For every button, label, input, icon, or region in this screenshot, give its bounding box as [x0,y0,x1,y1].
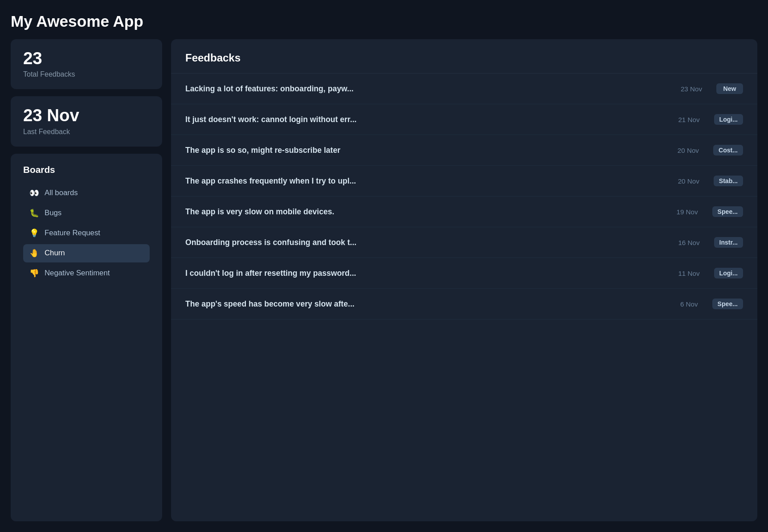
feedback-text: Lacking a lot of features: onboarding, p… [185,84,664,94]
feedback-date: 21 Nov [669,116,700,123]
sidebar-item-bugs[interactable]: 🐛 Bugs [23,204,150,222]
feedback-date: 11 Nov [669,270,700,277]
all-boards-emoji: 👀 [29,188,39,198]
feedback-list: Lacking a lot of features: onboarding, p… [171,74,757,319]
feedback-text: I couldn't log in after resetting my pas… [185,269,662,278]
feedback-text: The app crashes frequently when I try to… [185,176,661,186]
app-header: My Awesome App [0,0,768,39]
table-row[interactable]: The app is very slow on mobile devices. … [171,196,757,227]
feedback-text: Onboarding process is confusing and took… [185,238,662,247]
feature-request-label: Feature Request [45,229,100,237]
last-feedback-value: 23 Nov [23,107,150,124]
table-row[interactable]: Lacking a lot of features: onboarding, p… [171,74,757,104]
app-title: My Awesome App [11,12,757,30]
feedbacks-header: Feedbacks [171,39,757,74]
total-feedbacks-card: 23 Total Feedbacks [11,39,162,89]
feedback-text: The app is so so, might re-subscribe lat… [185,146,661,155]
table-row[interactable]: The app crashes frequently when I try to… [171,166,757,196]
negative-sentiment-label: Negative Sentiment [45,269,110,278]
boards-card: Boards 👀 All boards 🐛 Bugs 💡 Feature Req… [11,154,162,521]
feedback-tag: Logi... [714,268,743,278]
feedback-date: 20 Nov [668,147,699,154]
negative-sentiment-emoji: 👎 [29,269,39,278]
last-feedback-card: 23 Nov Last Feedback [11,96,162,146]
feedback-tag: Cost... [713,145,743,156]
total-feedbacks-value: 23 [23,50,150,67]
total-feedbacks-label: Total Feedbacks [23,70,150,78]
feedback-date: 19 Nov [667,208,698,216]
content-panel: Feedbacks Lacking a lot of features: onb… [171,39,757,521]
feedback-date: 16 Nov [669,239,700,246]
feedback-text: The app is very slow on mobile devices. [185,207,660,217]
table-row[interactable]: The app is so so, might re-subscribe lat… [171,135,757,166]
feedback-tag: Stab... [714,176,743,186]
boards-title: Boards [23,164,150,175]
feedback-date: 6 Nov [667,300,698,308]
churn-label: Churn [45,249,65,258]
main-layout: 23 Total Feedbacks 23 Nov Last Feedback … [0,39,768,532]
sidebar-item-feature-request[interactable]: 💡 Feature Request [23,224,150,242]
feedback-tag: Spee... [712,206,743,217]
table-row[interactable]: I couldn't log in after resetting my pas… [171,258,757,289]
table-row[interactable]: The app's speed has become very slow aft… [171,289,757,319]
feedback-tag: Instr... [714,237,743,248]
last-feedback-label: Last Feedback [23,128,150,136]
table-row[interactable]: It just doesn't work: cannot login witho… [171,104,757,135]
feedback-text: The app's speed has become very slow aft… [185,299,660,309]
sidebar: 23 Total Feedbacks 23 Nov Last Feedback … [11,39,162,521]
all-boards-label: All boards [45,188,78,197]
feedback-tag: Logi... [714,114,743,125]
feature-request-emoji: 💡 [29,229,39,238]
feedback-tag: New [716,83,743,94]
bugs-label: Bugs [45,209,61,217]
feedback-tag: Spee... [712,299,743,309]
feedback-date: 20 Nov [668,177,699,185]
sidebar-item-all-boards[interactable]: 👀 All boards [23,184,150,202]
sidebar-item-churn[interactable]: 🤚 Churn [23,244,150,262]
table-row[interactable]: Onboarding process is confusing and took… [171,227,757,258]
feedback-date: 23 Nov [671,85,702,93]
feedback-text: It just doesn't work: cannot login witho… [185,115,662,124]
feedbacks-title: Feedbacks [185,52,743,64]
bugs-emoji: 🐛 [29,209,39,218]
sidebar-item-negative-sentiment[interactable]: 👎 Negative Sentiment [23,264,150,282]
churn-emoji: 🤚 [29,249,39,258]
